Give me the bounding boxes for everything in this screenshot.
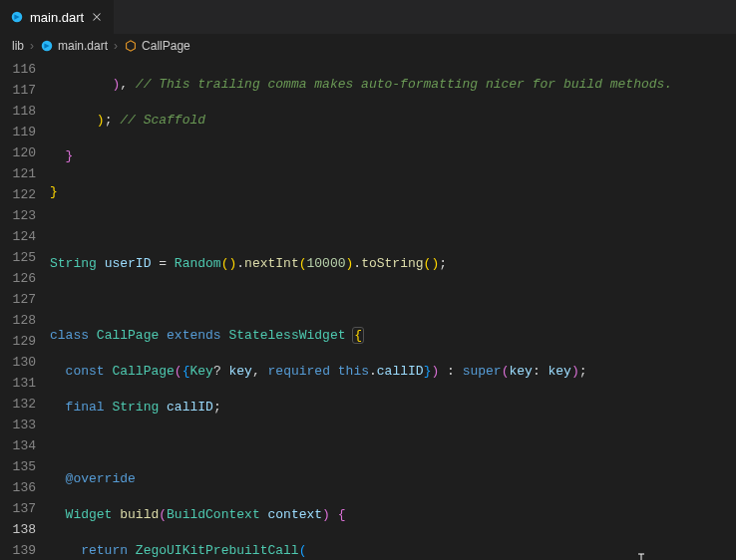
line-number: 132 xyxy=(0,394,50,415)
code-content[interactable]: ), // This trailing comma makes auto-for… xyxy=(50,57,736,557)
line-number: 126 xyxy=(0,268,50,289)
breadcrumb-folder[interactable]: lib xyxy=(12,39,24,53)
line-number: 139 xyxy=(0,540,50,560)
line-number: 120 xyxy=(0,142,50,163)
line-number: 133 xyxy=(0,415,50,435)
line-number: 129 xyxy=(0,331,50,352)
line-number: 136 xyxy=(0,477,50,498)
tab-bar: main.dart xyxy=(0,0,736,35)
line-number: 121 xyxy=(0,163,50,184)
tab-filename: main.dart xyxy=(30,10,84,25)
editor-tab[interactable]: main.dart xyxy=(0,0,114,34)
breadcrumb-symbol[interactable]: CallPage xyxy=(124,39,190,53)
line-number: 128 xyxy=(0,310,50,331)
line-number: 134 xyxy=(0,435,50,456)
dart-file-icon xyxy=(40,39,54,53)
line-number: 118 xyxy=(0,101,50,122)
dart-file-icon xyxy=(10,10,24,24)
chevron-right-icon: › xyxy=(112,39,120,53)
line-number: 117 xyxy=(0,80,50,101)
line-number: 124 xyxy=(0,226,50,247)
breadcrumb-label: lib xyxy=(12,39,24,53)
line-number: 123 xyxy=(0,205,50,226)
code-editor[interactable]: 1161171181191201211221231241251261271281… xyxy=(0,57,736,557)
line-number: 137 xyxy=(0,498,50,519)
line-number: 127 xyxy=(0,289,50,310)
line-number: 119 xyxy=(0,122,50,142)
breadcrumb-label: main.dart xyxy=(58,39,108,53)
line-number: 122 xyxy=(0,184,50,205)
breadcrumbs[interactable]: lib › main.dart › CallPage xyxy=(0,35,736,57)
line-number: 130 xyxy=(0,352,50,373)
line-number: 116 xyxy=(0,59,50,80)
line-number: 135 xyxy=(0,456,50,477)
close-icon[interactable] xyxy=(90,10,104,24)
class-icon xyxy=(124,39,138,53)
line-number-gutter: 1161171181191201211221231241251261271281… xyxy=(0,57,50,557)
breadcrumb-label: CallPage xyxy=(142,39,190,53)
breadcrumb-file[interactable]: main.dart xyxy=(40,39,108,53)
line-number: 131 xyxy=(0,373,50,394)
chevron-right-icon: › xyxy=(28,39,36,53)
line-number: 125 xyxy=(0,247,50,268)
line-number: 138 xyxy=(0,519,50,540)
